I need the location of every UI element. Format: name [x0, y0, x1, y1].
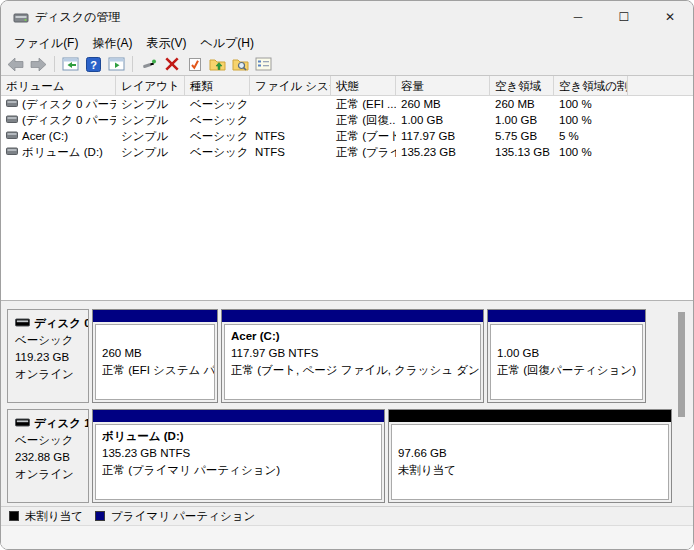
column-header-0[interactable]: ボリューム: [1, 76, 116, 96]
volume-row[interactable]: Acer (C:)シンプルベーシックNTFS正常 (ブート...117.97 G…: [1, 128, 693, 144]
disk-label-1[interactable]: ディスク 1ベーシック232.88 GBオンライン: [7, 409, 89, 503]
wand-tool-icon[interactable]: [138, 55, 159, 74]
forward-icon[interactable]: [28, 55, 49, 74]
cell-fs: NTFS: [250, 130, 331, 142]
graphical-view-pane: ディスク 0ベーシック119.23 GBオンライン260 MB正常 (EFI シ…: [1, 301, 693, 550]
cell-pct: 100 %: [554, 98, 628, 110]
column-header-3[interactable]: ファイル システム: [250, 76, 331, 96]
show-console-tree-icon[interactable]: [60, 55, 81, 74]
scrollbar-thumb[interactable]: [678, 312, 685, 417]
legend-bar: 未割り当てプライマリ パーティション: [1, 506, 693, 525]
title-bar[interactable]: ディスクの管理 ─ ☐ ✕: [1, 1, 693, 33]
disk-partitions: ボリューム (D:)135.23 GB NTFS正常 (プライマリ パーティショ…: [92, 409, 672, 503]
menu-item-file[interactable]: ファイル(F): [7, 33, 85, 54]
disk-label-0[interactable]: ディスク 0ベーシック119.23 GBオンライン: [7, 309, 89, 403]
disk-area: ディスク 0ベーシック119.23 GBオンライン260 MB正常 (EFI シ…: [1, 301, 693, 506]
column-header-1[interactable]: レイアウト: [116, 76, 185, 96]
disk-name: ディスク 1: [15, 415, 84, 432]
column-header-2[interactable]: 種類: [185, 76, 250, 96]
cell-volume: ボリューム (D:): [1, 145, 116, 160]
toolbar-separator: [54, 56, 55, 72]
menu-item-help[interactable]: ヘルプ(H): [193, 33, 261, 54]
partition-0-1[interactable]: Acer (C:)117.97 GB NTFS正常 (ブート, ページ ファイル…: [221, 309, 484, 403]
vertical-scrollbar[interactable]: [677, 309, 686, 501]
partition-status: 正常 (プライマリ パーティション): [102, 462, 381, 479]
disk-icon: [15, 415, 30, 432]
cell-free: 260 MB: [490, 98, 554, 110]
volume-row[interactable]: ボリューム (D:)シンプルベーシックNTFS正常 (プライ...135.23 …: [1, 144, 693, 160]
cell-capacity: 260 MB: [396, 98, 490, 110]
cell-layout: シンプル: [116, 113, 185, 128]
disk-name: ディスク 0: [15, 315, 84, 332]
volume-list-body: (ディスク 0 パーティショ...シンプルベーシック正常 (EFI ...260…: [1, 96, 693, 160]
partition-color-band: [389, 410, 671, 422]
volume-list-header: ボリュームレイアウト種類ファイル システム状態容量空き領域空き領域の割...: [1, 76, 693, 96]
volume-drive-icon: [6, 114, 18, 126]
legend-label: プライマリ パーティション: [111, 509, 255, 524]
column-header-filler: [628, 76, 693, 96]
partition-size: 135.23 GB NTFS: [102, 445, 381, 462]
partition-size: 97.66 GB: [398, 445, 668, 462]
cell-type: ベーシック: [185, 97, 250, 112]
disk-kind: ベーシック: [15, 432, 84, 449]
cell-type: ベーシック: [185, 145, 250, 160]
cell-free: 135.13 GB: [490, 146, 554, 158]
partition-status: 正常 (EFI システム パーティション): [102, 362, 214, 379]
open-folder-icon[interactable]: [207, 55, 228, 74]
partition-status: 正常 (回復パーティション): [497, 362, 642, 379]
column-header-6[interactable]: 空き領域: [490, 76, 554, 96]
cell-pct: 100 %: [554, 114, 628, 126]
mark-active-icon[interactable]: [184, 55, 205, 74]
disk-size: 119.23 GB: [15, 349, 84, 366]
partition-1-1[interactable]: 97.66 GB未割り当て: [388, 409, 672, 503]
partition-volume-label: [398, 428, 668, 445]
cell-volume: (ディスク 0 パーティショ...: [1, 97, 116, 112]
partition-1-0[interactable]: ボリューム (D:)135.23 GB NTFS正常 (プライマリ パーティショ…: [92, 409, 385, 503]
help-icon[interactable]: ?: [83, 55, 104, 74]
partition-volume-label: Acer (C:): [231, 328, 480, 345]
cell-free: 1.00 GB: [490, 114, 554, 126]
cell-status: 正常 (回復...: [331, 113, 396, 128]
disk-row-0: ディスク 0ベーシック119.23 GBオンライン260 MB正常 (EFI シ…: [7, 309, 693, 403]
delete-volume-icon[interactable]: [161, 55, 182, 74]
partition-color-band: [488, 310, 645, 322]
cell-volume: (ディスク 0 パーティショ...: [1, 113, 116, 128]
partition-info: Acer (C:)117.97 GB NTFS正常 (ブート, ページ ファイル…: [224, 324, 481, 400]
menu-item-action[interactable]: 操作(A): [85, 33, 139, 54]
maximize-button[interactable]: ☐: [601, 1, 647, 33]
partition-0-2[interactable]: 1.00 GB正常 (回復パーティション): [487, 309, 646, 403]
toolbar: ?: [1, 53, 693, 76]
toolbar-separator: [132, 56, 133, 72]
volume-row[interactable]: (ディスク 0 パーティショ...シンプルベーシック正常 (回復...1.00 …: [1, 112, 693, 128]
partition-color-band: [93, 410, 384, 422]
cell-capacity: 1.00 GB: [396, 114, 490, 126]
column-header-4[interactable]: 状態: [331, 76, 396, 96]
legend-swatch: [95, 511, 105, 521]
minimize-button[interactable]: ─: [555, 1, 601, 33]
cell-capacity: 117.97 GB: [396, 130, 490, 142]
cell-status: 正常 (ブート...: [331, 129, 396, 144]
menu-bar: ファイル(F)操作(A)表示(V)ヘルプ(H): [1, 33, 693, 53]
volume-row[interactable]: (ディスク 0 パーティショ...シンプルベーシック正常 (EFI ...260…: [1, 96, 693, 112]
column-header-5[interactable]: 容量: [396, 76, 490, 96]
window-controls: ─ ☐ ✕: [555, 1, 693, 33]
column-header-7[interactable]: 空き領域の割...: [554, 76, 628, 96]
close-button[interactable]: ✕: [647, 1, 693, 33]
legend-item-0: 未割り当て: [9, 509, 83, 524]
cell-status: 正常 (プライ...: [331, 145, 396, 160]
menu-item-view[interactable]: 表示(V): [139, 33, 193, 54]
legend-label: 未割り当て: [25, 509, 83, 524]
disk-partitions: 260 MB正常 (EFI システム パーティション)Acer (C:)117.…: [92, 309, 646, 403]
show-action-pane-icon[interactable]: [106, 55, 127, 74]
properties-icon[interactable]: [253, 55, 274, 74]
back-icon[interactable]: [5, 55, 26, 74]
explore-folder-icon[interactable]: [230, 55, 251, 74]
svg-text:?: ?: [90, 58, 97, 70]
cell-type: ベーシック: [185, 129, 250, 144]
legend-swatch: [9, 511, 19, 521]
partition-0-0[interactable]: 260 MB正常 (EFI システム パーティション): [92, 309, 218, 403]
volume-name: Acer (C:): [22, 130, 68, 142]
partition-size: 260 MB: [102, 345, 214, 362]
partition-status: 未割り当て: [398, 462, 668, 479]
partition-status: 正常 (ブート, ページ ファイル, クラッシュ ダンプ, ベーシック データ …: [231, 362, 480, 379]
